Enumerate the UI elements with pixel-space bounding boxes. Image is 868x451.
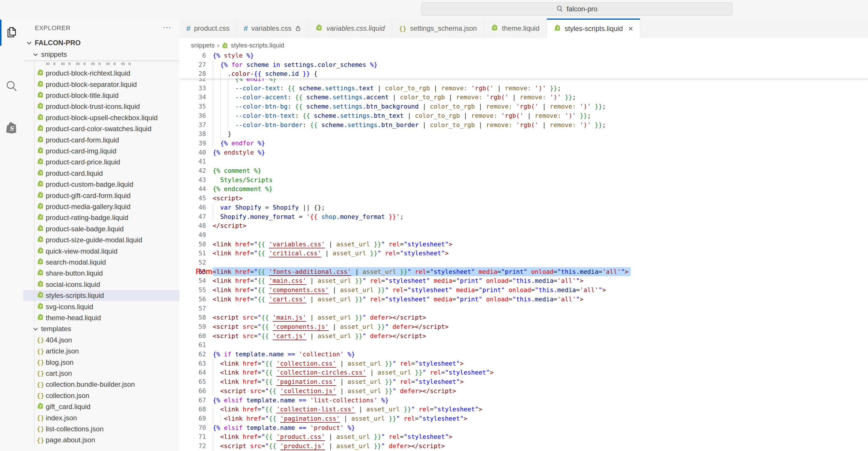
tree-file-product-media-gallery.liquid[interactable]: Sproduct-media-gallery.liquid: [23, 201, 179, 212]
tree-file-search-modal.liquid[interactable]: Ssearch-modal.liquid: [23, 257, 179, 268]
tree-file-social-icons.liquid[interactable]: Ssocial-icons.liquid: [23, 279, 179, 290]
tree-file-product-gift-card-form.liquid[interactable]: Sproduct-gift-card-form.liquid: [23, 190, 179, 201]
code-line-67[interactable]: 67{% elsif template.name == 'list-collec…: [179, 396, 868, 405]
chevron-down-icon[interactable]: [26, 40, 32, 46]
code-line-66[interactable]: 66 <script src="{{ 'collection.js' | ass…: [179, 386, 868, 396]
code-line-70[interactable]: 70{% elsif template.name == 'product' %}: [179, 423, 868, 432]
code-line-49[interactable]: 49: [179, 231, 868, 240]
activity-shopify[interactable]: S: [0, 114, 23, 142]
tree-file-cart.json[interactable]: {}cart.json: [23, 368, 179, 379]
tree-file-collection.json[interactable]: {}collection.json: [23, 390, 179, 401]
tree-folder-templates[interactable]: templates: [23, 323, 179, 334]
tree-file-quick-view-modal.liquid[interactable]: Squick-view-modal.liquid: [23, 245, 179, 257]
chevron-down-icon[interactable]: [32, 326, 39, 332]
code-line-52[interactable]: 52: [179, 258, 868, 267]
tree-file-product-block-richtext.liquid[interactable]: Sproduct-block-richtext.liquid: [23, 68, 179, 79]
line-number: 28: [179, 69, 206, 79]
tree-file-product-block-title.liquid[interactable]: Sproduct-block-title.liquid: [23, 90, 179, 101]
code-line-44[interactable]: 44{% endcomment %}: [179, 184, 868, 194]
code-line-59[interactable]: 59<script src="{{ 'components.js' | asse…: [179, 322, 868, 331]
code-line-57[interactable]: 57: [179, 304, 868, 313]
code-line-40[interactable]: 40{% endstyle %}: [179, 148, 868, 157]
command-center-search[interactable]: falcon-pro: [421, 2, 733, 16]
breadcrumb-folder[interactable]: snippets: [191, 42, 215, 49]
code-line-63[interactable]: 63 <link href="{{ 'collection.css' | ass…: [179, 359, 868, 368]
tree-file-product-block-trust-icons.liquid[interactable]: Sproduct-block-trust-icons.liquid: [23, 101, 179, 112]
activity-search[interactable]: [0, 72, 23, 100]
tree-file-collection.bundle-builder.json[interactable]: {}collection.bundle-builder.json: [23, 379, 179, 390]
tree-file-product-card-form.liquid[interactable]: Sproduct-card-form.liquid: [23, 134, 179, 145]
tree-file-product-sale-badge.liquid[interactable]: Sproduct-sale-badge.liquid: [23, 223, 179, 235]
code-line-56[interactable]: 56<link href="{{ 'cart.css' | asset_url …: [179, 295, 868, 304]
tree-file-product-card.liquid[interactable]: Sproduct-card.liquid: [23, 168, 179, 179]
tree-file-theme-head.liquid[interactable]: Stheme-head.liquid: [23, 312, 179, 323]
tree-file-404.json[interactable]: {}404.json: [23, 335, 179, 345]
tab-styles-scripts.liquid[interactable]: Sstyles-scripts.liquid×: [547, 19, 641, 38]
tab-settings_schema.json[interactable]: {}settings_schema.json: [392, 19, 484, 38]
code-line-64[interactable]: 64 <link href="{{ 'collection-circles.cs…: [179, 368, 868, 377]
tab-product.css[interactable]: #product.css: [179, 19, 237, 38]
tab-variables.css.liquid[interactable]: Svariables.css.liquid: [308, 19, 392, 38]
editor-body[interactable]: 32 {% endif %}33 --color-text: {{ scheme…: [179, 38, 868, 451]
tree-file-gift_card.liquid[interactable]: Sgift_card.liquid: [23, 401, 179, 412]
code-text: {% endstyle %}: [213, 148, 265, 157]
code-line-43[interactable]: 43 Styles/Scripts: [179, 175, 868, 185]
tree-file-index.json[interactable]: {}index.json: [23, 412, 179, 423]
code-line-46[interactable]: 46 var Shopify = Shopify || {};: [179, 203, 868, 212]
tree-file-article.json[interactable]: {}article.json: [23, 345, 179, 357]
tree-file-product-card-img.liquid[interactable]: Sproduct-card-img.liquid: [23, 146, 179, 157]
code-line-27[interactable]: 27 {% for scheme in settings.color_schem…: [179, 60, 868, 69]
code-line-60[interactable]: 60<script src="{{ 'cart.js' | asset_url …: [179, 331, 868, 341]
tab-theme.liquid[interactable]: Stheme.liquid: [484, 19, 547, 38]
tree-file-styles-scripts.liquid[interactable]: Sstyles-scripts.liquid: [23, 290, 179, 301]
activity-explorer[interactable]: [0, 19, 23, 46]
tree-file-product-custom-badge.liquid[interactable]: Sproduct-custom-badge.liquid: [23, 179, 179, 190]
code-line-38[interactable]: 38 }: [179, 129, 868, 139]
breadcrumb-file[interactable]: styles-scripts.liquid: [231, 42, 284, 49]
tree-file-product-card-color-swatches.liquid[interactable]: Sproduct-card-color-swatches.liquid: [23, 123, 179, 134]
code-line-65[interactable]: 65 <link href="{{ 'pagination.css' | ass…: [179, 377, 868, 386]
code-line-58[interactable]: 58<script src="{{ 'main.js' | asset_url …: [179, 313, 868, 322]
code-line-37[interactable]: 37 --color-btn-border: {{ scheme.setting…: [179, 120, 868, 130]
tree-file-product-block-upsell-checkbox.liquid[interactable]: Sproduct-block-upsell-checkbox.liquid: [23, 112, 179, 123]
code-line-34[interactable]: 34 --color-accent: {{ scheme.settings.ac…: [179, 93, 868, 102]
tree-root-falcon-pro[interactable]: FALCON-PRO: [23, 37, 179, 49]
code-line-45[interactable]: 45<script>: [179, 194, 868, 203]
code-line-61[interactable]: 61: [179, 340, 868, 350]
code-line-39[interactable]: 39 {% endfor %}: [179, 139, 868, 148]
tree-file-list-collections.json[interactable]: {}list-collections.json: [23, 423, 179, 434]
code-line-6[interactable]: 6{% style %}: [179, 51, 868, 60]
chevron-down-icon[interactable]: [32, 51, 39, 58]
tree-file-page.about.json[interactable]: {}page.about.json: [23, 434, 179, 446]
close-icon[interactable]: ×: [628, 24, 633, 33]
breadcrumb[interactable]: snippets › S styles-scripts.liquid: [191, 40, 284, 50]
tree-file-product-rating-badge.liquid[interactable]: Sproduct-rating-badge.liquid: [23, 212, 179, 223]
code-line-72[interactable]: 72 <script src="{{ 'product.js' | asset_…: [179, 442, 868, 451]
more-actions-icon[interactable]: ···: [163, 22, 171, 32]
code-line-71[interactable]: 71 <link href="{{ 'product.css' | asset_…: [179, 432, 868, 442]
tree-file-product-card-price.liquid[interactable]: Sproduct-card-price.liquid: [23, 157, 179, 168]
code-line-36[interactable]: 36 --color-btn-text: {{ scheme.settings.…: [179, 111, 868, 120]
code-line-68[interactable]: 68 <link href="{{ 'collection-list.css' …: [179, 405, 868, 414]
code-line-62[interactable]: 62{% if template.name == 'collection' %}: [179, 350, 868, 359]
code-line-41[interactable]: 41: [179, 157, 868, 166]
code-line-51[interactable]: 51<link href="{{ 'critical.css' | asset_…: [179, 249, 868, 258]
code-line-33[interactable]: 33 --color-text: {{ scheme.settings.text…: [179, 84, 868, 93]
code-line-54[interactable]: 54<link href="{{ 'main.css' | asset_url …: [179, 276, 868, 285]
code-line-28[interactable]: 28 .color-{{ scheme.id }} {: [179, 69, 868, 79]
tab-variables.css[interactable]: #variables.css: [237, 19, 308, 38]
tree-file-product-size-guide-modal.liquid[interactable]: Sproduct-size-guide-modal.liquid: [23, 235, 179, 245]
code-line-42[interactable]: 42{% comment %}: [179, 166, 868, 175]
code-line-55[interactable]: 55<link href="{{ 'components.css' | asse…: [179, 285, 868, 295]
code-line-48[interactable]: 48</script>: [179, 221, 868, 231]
tree-file-share-button.liquid[interactable]: Sshare-button.liquid: [23, 268, 179, 279]
tree-folder-snippets[interactable]: snippets: [23, 49, 179, 60]
code-line-47[interactable]: 47 Shopify.money_format = '{{ shop.money…: [179, 212, 868, 221]
tree-file-blog.json[interactable]: {}blog.json: [23, 357, 179, 368]
code-line-69[interactable]: 69 <link href="{{ 'pagination.css' | ass…: [179, 414, 868, 423]
tree-file-svg-icons.liquid[interactable]: Ssvg-icons.liquid: [23, 301, 179, 312]
tree-file-product-block-separator.liquid[interactable]: Sproduct-block-separator.liquid: [23, 79, 179, 90]
code-line-53[interactable]: 53<link href="{{ 'fonts-additional.css' …: [179, 267, 868, 276]
code-line-50[interactable]: 50<link href="{{ 'variables.css' | asset…: [179, 240, 868, 249]
code-line-35[interactable]: 35 --color-btn-bg: {{ scheme.settings.bt…: [179, 102, 868, 111]
